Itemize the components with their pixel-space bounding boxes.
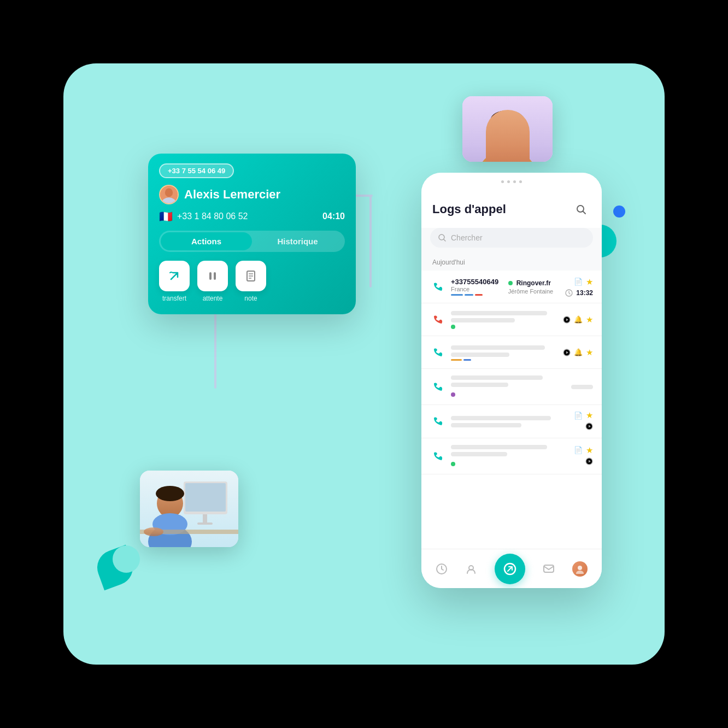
search-bar[interactable]: Chercher <box>430 228 593 248</box>
note-icon-6: 📄 <box>574 446 583 454</box>
log-right-1: 📄 ★ 13:32 <box>565 277 593 297</box>
clock-icon-1 <box>565 289 573 297</box>
video-thumb-bottom <box>140 471 238 547</box>
section-today: Aujourd'hui <box>421 255 602 271</box>
note-icon-small: 📄 <box>574 278 583 286</box>
status-dot-green <box>508 281 513 285</box>
play-icon-5 <box>585 422 593 430</box>
svg-point-19 <box>144 527 163 536</box>
person-desk <box>140 471 238 547</box>
caller-avatar <box>159 185 179 204</box>
transfert-icon-circle <box>159 261 190 291</box>
svg-rect-23 <box>209 272 212 280</box>
svg-rect-7 <box>490 148 525 162</box>
tab-actions[interactable]: Actions <box>161 232 252 250</box>
play-icon-6 <box>585 457 593 465</box>
log-tags-1 <box>451 294 503 296</box>
call-logs-list: +33755540649 France Ringover.fr Jérôme F… <box>421 271 602 549</box>
svg-rect-13 <box>197 522 213 525</box>
log-right-3: 🔔 ★ <box>563 348 593 357</box>
svg-rect-1 <box>462 96 553 162</box>
tag-blue <box>451 294 463 296</box>
call-timer: 04:10 <box>322 212 345 221</box>
caller-name: Alexis Lemercier <box>184 187 280 202</box>
log-main-1: +33755540649 France <box>451 278 503 296</box>
call-icon-6 <box>430 449 445 464</box>
log-right-2: 🔔 ★ <box>563 315 593 325</box>
svg-point-2 <box>480 151 535 162</box>
caller-number-row: 🇫🇷 +33 1 84 80 06 52 04:10 <box>159 210 345 223</box>
transfert-label: transfert <box>162 295 186 302</box>
search-placeholder: Chercher <box>451 233 585 242</box>
log-contact-1: Ringover.fr <box>516 279 551 287</box>
log-item-2[interactable]: 🔔 ★ <box>421 303 602 336</box>
svg-rect-45 <box>544 565 554 572</box>
svg-point-46 <box>578 566 582 570</box>
log-bars-5 <box>451 415 568 428</box>
nav-calls-center[interactable] <box>495 554 525 584</box>
bell-icon-2: 🔔 <box>574 315 583 324</box>
nav-profile[interactable] <box>572 561 588 577</box>
log-item-6[interactable]: 📄 ★ <box>421 438 602 474</box>
tab-bar: Actions Historique <box>159 231 345 252</box>
log-item-4[interactable] <box>421 369 602 405</box>
star-icon-6[interactable]: ★ <box>586 445 593 455</box>
svg-point-4 <box>491 110 524 128</box>
log-right-6: 📄 ★ <box>574 445 593 467</box>
note-label: note <box>244 295 257 302</box>
play-icon-2 <box>563 316 571 324</box>
svg-point-47 <box>576 571 584 574</box>
call-outgoing-icon <box>430 279 445 295</box>
call-incoming-icon-3 <box>430 345 445 360</box>
person-headset <box>462 96 553 162</box>
connection-line-v2 <box>369 195 372 287</box>
log-right-4 <box>571 384 593 390</box>
log-actions-1: 📄 ★ <box>574 277 593 287</box>
note-icon-circle <box>236 261 266 291</box>
star-icon-2[interactable]: ★ <box>586 315 593 325</box>
attente-icon-circle <box>197 261 228 291</box>
star-icon-3[interactable]: ★ <box>586 348 593 357</box>
log-sub-1: France <box>451 286 503 292</box>
tab-historique[interactable]: Historique <box>252 232 343 250</box>
bell-icon-3: 🔔 <box>574 348 583 356</box>
deco-small-circle <box>113 545 140 573</box>
main-background: +33 7 55 54 06 49 Alexis Lemercier 🇫🇷 +3… <box>63 63 665 665</box>
tag-blue-2 <box>465 294 473 296</box>
log-item-5[interactable]: 📄 ★ <box>421 405 602 438</box>
action-transfert[interactable]: transfert <box>159 261 190 302</box>
star-icon-1[interactable]: ★ <box>586 277 593 287</box>
log-bars-2 <box>451 310 557 329</box>
svg-point-21 <box>165 188 173 197</box>
nav-messages[interactable] <box>543 563 555 575</box>
svg-rect-12 <box>203 514 207 523</box>
phone-app: Logs d'appel Chercher Aujourd'hui <box>421 173 602 588</box>
action-buttons: transfert attente <box>159 261 345 302</box>
log-time-row-1: 13:32 <box>565 289 593 297</box>
log-right-5: 📄 ★ <box>574 410 593 432</box>
log-item-3[interactable]: 🔔 ★ <box>421 336 602 369</box>
search-header-button[interactable] <box>571 199 591 219</box>
bottom-nav <box>421 549 602 588</box>
log-bars-4 <box>451 374 566 399</box>
svg-rect-6 <box>519 125 524 134</box>
call-icon-4 <box>430 379 445 395</box>
note-icon-5: 📄 <box>574 412 583 420</box>
flag-number: 🇫🇷 +33 1 84 80 06 52 <box>159 210 248 223</box>
log-middle-1: Ringover.fr Jérôme Fontaine <box>508 279 560 295</box>
app-title: Logs d'appel <box>432 202 506 216</box>
attente-label: attente <box>203 295 223 302</box>
log-number-1: +33755540649 <box>451 278 503 286</box>
star-icon-5[interactable]: ★ <box>586 410 593 420</box>
action-attente[interactable]: attente <box>197 261 228 302</box>
log-time-1: 13:32 <box>576 289 593 297</box>
nav-history[interactable] <box>436 563 448 575</box>
svg-line-32 <box>444 239 445 241</box>
log-item[interactable]: +33755540649 France Ringover.fr Jérôme F… <box>421 271 602 303</box>
svg-point-3 <box>492 114 522 146</box>
call-icon-5 <box>430 414 445 429</box>
log-company-1: Jérôme Fontaine <box>508 288 554 295</box>
nav-contacts[interactable] <box>465 563 477 575</box>
action-note[interactable]: note <box>236 261 266 302</box>
phone-number-badge: +33 7 55 54 06 49 <box>159 163 234 178</box>
